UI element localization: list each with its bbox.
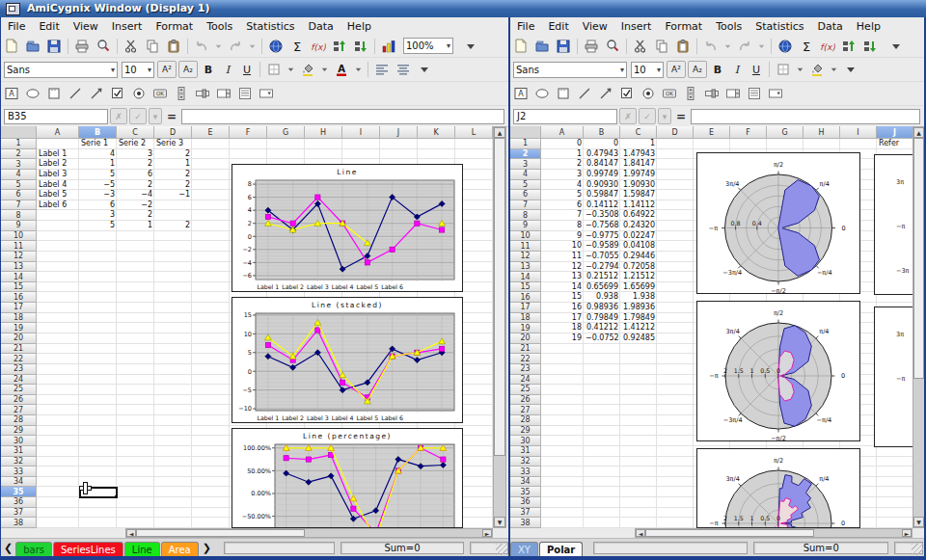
cell-C17[interactable]: 1.98936 bbox=[620, 303, 657, 313]
overflow-icon[interactable] bbox=[841, 61, 860, 78]
cell-B6[interactable]: −3 bbox=[79, 190, 117, 200]
cell-A8[interactable]: 7 bbox=[541, 210, 584, 221]
cell-A4[interactable]: 3 bbox=[541, 170, 584, 180]
cell-C3[interactable]: 2 bbox=[117, 159, 154, 170]
row-header-5[interactable]: 5 bbox=[510, 180, 541, 191]
column-header-H[interactable]: H bbox=[305, 126, 342, 139]
save-icon[interactable] bbox=[44, 38, 64, 55]
menu-statistics[interactable]: Statistics bbox=[239, 19, 301, 34]
cell-A3[interactable]: Label 2 bbox=[37, 159, 79, 170]
frame-label-icon[interactable]: A bbox=[2, 85, 21, 102]
row-header-16[interactable]: 16 bbox=[510, 292, 541, 303]
cut-icon[interactable] bbox=[122, 38, 141, 55]
cell-B12[interactable]: −0.7055 bbox=[584, 252, 620, 262]
scroll-left-button[interactable]: ◄ bbox=[126, 529, 136, 537]
row-header-34[interactable]: 34 bbox=[1, 477, 37, 488]
cell-B6[interactable]: 0.59847 bbox=[584, 190, 620, 200]
redo-icon[interactable] bbox=[226, 38, 245, 55]
cell-D4[interactable]: 2 bbox=[154, 170, 192, 180]
cell-B15[interactable]: 0.65699 bbox=[584, 282, 620, 293]
cell-B9[interactable]: 5 bbox=[79, 221, 117, 231]
cell-C8[interactable]: 0.64922 bbox=[620, 210, 657, 221]
menu-insert[interactable]: Insert bbox=[105, 19, 150, 34]
combobox-icon[interactable] bbox=[766, 85, 785, 102]
row-header-23[interactable]: 23 bbox=[510, 364, 541, 375]
column-header-G[interactable]: G bbox=[767, 126, 803, 139]
cell-B2[interactable]: 4 bbox=[79, 149, 117, 160]
italic-button[interactable]: I bbox=[728, 62, 746, 77]
sort-desc-icon[interactable] bbox=[351, 38, 370, 55]
sort-desc-icon[interactable] bbox=[860, 38, 880, 55]
row-header-31[interactable]: 31 bbox=[1, 446, 37, 457]
row-header-8[interactable]: 8 bbox=[510, 210, 541, 221]
cell-C5[interactable]: 2 bbox=[117, 180, 154, 191]
print-preview-icon[interactable] bbox=[603, 38, 622, 55]
hyperlink-icon[interactable] bbox=[776, 38, 795, 55]
formula-input[interactable] bbox=[691, 109, 920, 124]
cell-A12[interactable]: 11 bbox=[541, 252, 584, 262]
cell-B20[interactable]: −0.0752 bbox=[584, 333, 620, 344]
row-header-13[interactable]: 13 bbox=[1, 262, 37, 273]
row-header-28[interactable]: 28 bbox=[510, 415, 541, 426]
copy-icon[interactable] bbox=[143, 38, 162, 55]
cell-B7[interactable]: 6 bbox=[79, 200, 117, 211]
sheet-tab-area[interactable]: Area bbox=[161, 542, 199, 557]
cell-C9[interactable]: 0.24320 bbox=[620, 221, 657, 231]
row-header-20[interactable]: 20 bbox=[510, 333, 541, 344]
scroll-right-button[interactable]: ► bbox=[482, 529, 492, 537]
chevron-down-icon[interactable] bbox=[319, 61, 330, 78]
column-header-B[interactable]: B bbox=[79, 126, 117, 139]
cell-A4[interactable]: Label 3 bbox=[37, 170, 79, 180]
scroll-up-button[interactable]: ▲ bbox=[494, 127, 505, 138]
row-header-37[interactable]: 37 bbox=[1, 508, 37, 519]
cell-A17[interactable]: 16 bbox=[541, 303, 584, 313]
row-header-9[interactable]: 9 bbox=[1, 221, 37, 231]
row-header-20[interactable]: 20 bbox=[1, 333, 37, 344]
menu-tools[interactable]: Tools bbox=[709, 19, 749, 34]
row-header-17[interactable]: 17 bbox=[1, 303, 37, 313]
vertical-scrollbar-right[interactable]: ▲▼ bbox=[912, 126, 925, 528]
fill-color-icon[interactable] bbox=[807, 61, 827, 78]
menu-view[interactable]: View bbox=[67, 19, 105, 34]
cell-A9[interactable]: 8 bbox=[541, 221, 584, 231]
row-header-15[interactable]: 15 bbox=[510, 282, 541, 293]
cell-B11[interactable]: −0.9589 bbox=[584, 241, 620, 252]
row-header-22[interactable]: 22 bbox=[1, 354, 37, 364]
menu-down-icon[interactable] bbox=[756, 38, 767, 55]
cell-C7[interactable]: −2 bbox=[117, 200, 154, 211]
row-header-4[interactable]: 4 bbox=[1, 170, 37, 180]
cell-B13[interactable]: −0.2794 bbox=[584, 262, 620, 273]
horizontal-scroll-thumb[interactable] bbox=[136, 529, 305, 537]
cell-name-box[interactable]: J2 bbox=[513, 109, 617, 124]
spinbutton-icon[interactable] bbox=[723, 85, 743, 102]
row-header-26[interactable]: 26 bbox=[1, 395, 37, 406]
cell-A6[interactable]: 5 bbox=[541, 190, 584, 200]
row-header-25[interactable]: 25 bbox=[1, 385, 37, 395]
grid-corner[interactable] bbox=[1, 126, 37, 139]
menu-data[interactable]: Data bbox=[811, 19, 850, 34]
row-header-17[interactable]: 17 bbox=[510, 303, 541, 313]
font-size-combo[interactable]: 10▾ bbox=[631, 62, 664, 78]
function-icon[interactable]: f(x) bbox=[309, 38, 328, 55]
menu-view[interactable]: View bbox=[576, 19, 614, 34]
font-color-icon[interactable]: A bbox=[332, 61, 351, 78]
list-icon[interactable] bbox=[235, 85, 255, 102]
grid-corner[interactable] bbox=[510, 126, 541, 139]
align-center-icon[interactable] bbox=[394, 61, 413, 78]
print-icon[interactable] bbox=[72, 38, 92, 55]
slider-icon[interactable] bbox=[193, 85, 212, 102]
row-header-13[interactable]: 13 bbox=[510, 262, 541, 273]
clipped-chart-2[interactable]: 3π−π bbox=[874, 307, 912, 447]
row-header-35[interactable]: 35 bbox=[1, 487, 37, 497]
cell-J1[interactable]: Refer bbox=[877, 139, 912, 149]
row-header-12[interactable]: 12 bbox=[510, 252, 541, 262]
cell-B17[interactable]: 0.98936 bbox=[584, 303, 620, 313]
cell-C1[interactable]: 1 bbox=[620, 139, 657, 149]
radio-icon[interactable] bbox=[129, 85, 149, 102]
sheet-tab-line[interactable]: Line bbox=[124, 542, 160, 557]
cell-C18[interactable]: 1.79849 bbox=[620, 313, 657, 324]
menu-down-icon[interactable] bbox=[247, 38, 258, 55]
row-header-36[interactable]: 36 bbox=[1, 497, 37, 508]
cell-C6[interactable]: −4 bbox=[117, 190, 154, 200]
rectangle-icon[interactable] bbox=[44, 85, 64, 102]
